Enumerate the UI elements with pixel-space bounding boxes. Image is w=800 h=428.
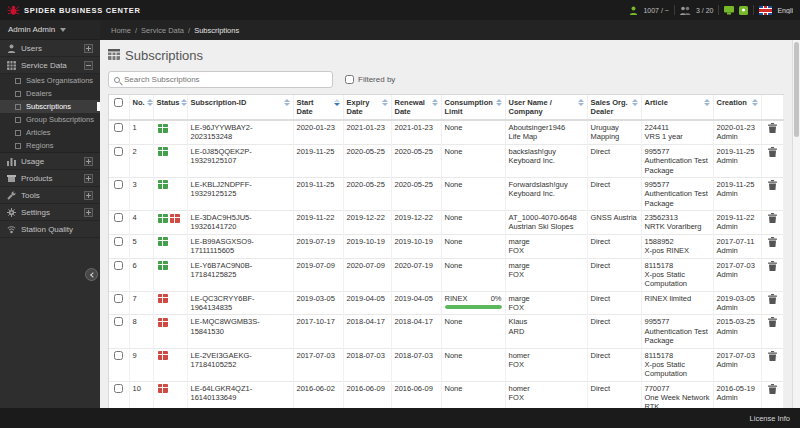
subscription-row[interactable]: 10LE-64LGKR4QZ1-161401336492016-06-02201…: [109, 381, 783, 408]
breadcrumb-current: Subscriptions: [194, 26, 239, 35]
sidebar-item-settings[interactable]: Settings: [0, 204, 100, 221]
expand-icon[interactable]: [84, 208, 93, 217]
sidebar-item-group-subscriptions[interactable]: Group Subscriptions: [0, 113, 100, 126]
sidebar-item-tools[interactable]: Tools: [0, 187, 100, 204]
status-cell: [153, 177, 187, 210]
scrollbar[interactable]: [792, 40, 800, 408]
delete-icon[interactable]: [768, 147, 777, 157]
article: 224411VRS 1 year: [641, 120, 713, 144]
expand-icon[interactable]: [84, 191, 93, 200]
status-cell: [153, 120, 187, 144]
column-header-no[interactable]: No.: [129, 95, 153, 120]
brand[interactable]: Spider Business Center: [7, 4, 141, 16]
sidebar-item-articles[interactable]: Articles: [0, 126, 100, 139]
subscription-row[interactable]: 7LE-QC3CRYY6BF-19641348352019-03-052019-…: [109, 291, 783, 315]
article: 995577Authentication Test Package: [641, 177, 713, 210]
service-data-submenu: Sales Organisations Dealers Subscription…: [0, 74, 100, 153]
network-status-icon[interactable]: [724, 6, 734, 15]
user-menu[interactable]: Admin Admin: [0, 20, 100, 40]
status-cell: [153, 291, 187, 315]
select-all-header: [109, 95, 129, 120]
subscription-row[interactable]: 6LE-Y6B7AC9N0B-171841258252019-07-092020…: [109, 258, 783, 291]
delete-icon[interactable]: [768, 384, 777, 394]
sidebar-item-service-data[interactable]: Service Data: [0, 57, 100, 74]
row-checkbox[interactable]: [114, 213, 123, 222]
delete-icon[interactable]: [768, 351, 777, 361]
start-date: 2017-07-03: [293, 348, 343, 381]
expand-icon[interactable]: [84, 157, 93, 166]
subscription-row[interactable]: 8LE-MQC8WGMB3S-158415302017-10-172018-04…: [109, 315, 783, 348]
station-status-icon[interactable]: [739, 6, 748, 15]
column-header-start-date[interactable]: Start Date: [293, 95, 343, 120]
delete-icon[interactable]: [768, 213, 777, 223]
select-all-checkbox[interactable]: [114, 98, 123, 107]
row-checkbox[interactable]: [114, 384, 123, 393]
row-checkbox[interactable]: [114, 317, 123, 326]
tools-icon: [7, 191, 16, 200]
topbar-status-area: 1007 / ~ 3 / 20 Engli: [629, 5, 793, 15]
subscription-row[interactable]: 2LE-0J85QQEK2P-193291251072019-11-252020…: [109, 144, 783, 177]
renewal-date: 2020-05-25: [391, 144, 441, 177]
group-subscriptions-icon: [15, 117, 21, 123]
sidebar-item-users[interactable]: Users: [0, 40, 100, 57]
scrollbar-thumb[interactable]: [794, 42, 799, 137]
sidebar-item-usage[interactable]: Usage: [0, 153, 100, 170]
sidebar-item-sales-organisations[interactable]: Sales Organisations: [0, 74, 100, 87]
column-header-consumption-limit[interactable]: Consumption Limit: [441, 95, 505, 120]
delete-icon[interactable]: [768, 261, 777, 271]
sidebar-item-regions[interactable]: Regions: [0, 139, 100, 152]
row-checkbox[interactable]: [114, 180, 123, 189]
breadcrumb-home[interactable]: Home: [111, 26, 131, 35]
sidebar-collapse-button[interactable]: [85, 268, 98, 281]
status-active-icon: [158, 124, 168, 133]
column-header-sales-org-dealer[interactable]: Sales Org. Dealer: [587, 95, 641, 120]
column-header-creation[interactable]: Creation: [713, 95, 761, 120]
row-checkbox[interactable]: [114, 237, 123, 246]
sidebar-item-station-quality[interactable]: Station Quality: [0, 221, 100, 238]
sidebar: Admin Admin Users Service Data Sales Org…: [0, 20, 100, 408]
collapse-icon[interactable]: [84, 61, 93, 70]
column-header-renewal-date[interactable]: Renewal Date: [391, 95, 441, 120]
row-checkbox[interactable]: [114, 351, 123, 360]
sort-icon: [578, 99, 584, 106]
language-flag-icon[interactable]: [759, 6, 772, 15]
expand-icon[interactable]: [84, 44, 93, 53]
subscription-row[interactable]: 3LE-KBLJ2NDPFF-193291251252019-11-252020…: [109, 177, 783, 210]
expiry-date: 2020-07-09: [343, 258, 391, 291]
statusbar: License Info: [0, 408, 800, 428]
delete-icon[interactable]: [768, 317, 777, 327]
subscription-row[interactable]: 5LE-B99ASGXSO9-171111156052019-07-192019…: [109, 234, 783, 258]
subscription-row[interactable]: 9LE-2VEI3GAEKG-171841052522017-07-032018…: [109, 348, 783, 381]
column-header-subscription-id[interactable]: Subscription-ID: [187, 95, 293, 120]
consumption-limit: RINEX0%: [441, 291, 505, 315]
row-checkbox[interactable]: [114, 147, 123, 156]
row-checkbox[interactable]: [114, 123, 123, 132]
sidebar-item-dealers[interactable]: Dealers: [0, 87, 100, 100]
language-label[interactable]: Engli: [777, 7, 793, 14]
expand-icon[interactable]: [84, 174, 93, 183]
consumption-limit: None: [441, 315, 505, 348]
column-header-status[interactable]: Status: [153, 95, 187, 120]
subscription-row[interactable]: 1LE-96JYYWBAY2-20231532482020-01-232021-…: [109, 120, 783, 144]
sidebar-item-products[interactable]: Products: [0, 170, 100, 187]
user-name-company: AT_1000-4070-6648Austrian Ski Slopes: [505, 211, 587, 235]
sales-org-dealer: Direct: [587, 315, 641, 348]
filtered-by-checkbox[interactable]: [345, 75, 354, 84]
delete-icon[interactable]: [768, 180, 777, 190]
search-input[interactable]: [124, 75, 327, 84]
delete-icon[interactable]: [768, 237, 777, 247]
consumption-limit: None: [441, 144, 505, 177]
row-checkbox[interactable]: [114, 294, 123, 303]
license-info-link[interactable]: License Info: [750, 414, 790, 423]
delete-icon[interactable]: [768, 123, 777, 133]
column-header-expiry-date[interactable]: Expiry Date: [343, 95, 391, 120]
delete-icon[interactable]: [768, 294, 777, 304]
sort-icon: [284, 99, 290, 106]
column-header-article[interactable]: Article: [641, 95, 713, 120]
row-checkbox[interactable]: [114, 261, 123, 270]
breadcrumb-service-data[interactable]: Service Data: [141, 26, 184, 35]
column-header-user-name-company[interactable]: User Name / Company: [505, 95, 587, 120]
user-name-company: Aboutsinger1946Life Map: [505, 120, 587, 144]
sidebar-item-subscriptions[interactable]: Subscriptions: [0, 100, 100, 113]
subscription-row[interactable]: 4LE-3DAC9H5JU5-193261417202019-11-222019…: [109, 211, 783, 235]
